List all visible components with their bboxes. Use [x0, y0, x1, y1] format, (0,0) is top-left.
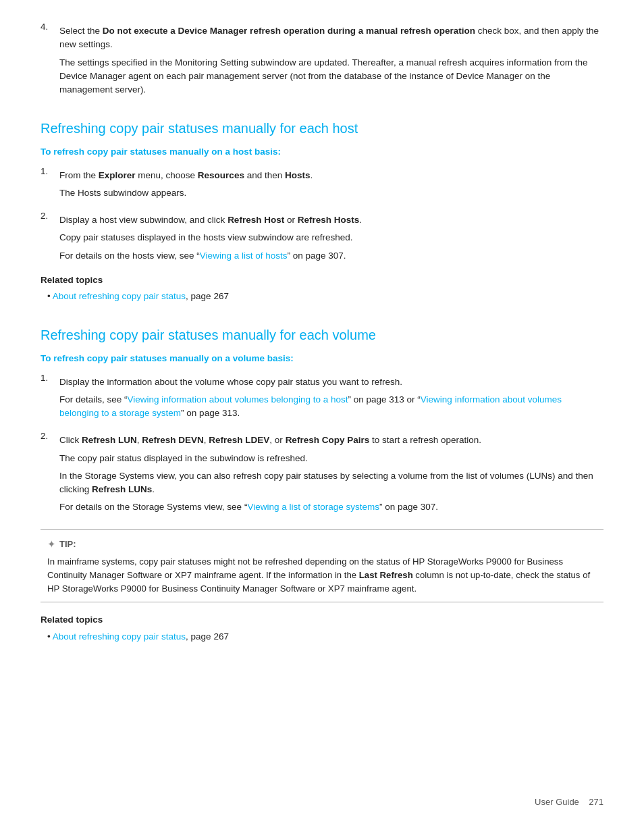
step4-bold: Do not execute a Device Manager refresh … — [103, 26, 475, 36]
resources-bold: Resources — [198, 170, 244, 180]
explorer-bold: Explorer — [99, 170, 136, 180]
tip-label: ✦ TIP: — [47, 537, 594, 552]
refresh-devn-bold: Refresh DEVN — [142, 435, 204, 445]
refresh-lun-bold: Refresh LUN — [82, 435, 137, 445]
section2-step1-text: Display the information about the volume… — [59, 375, 603, 389]
section1-step1-text: From the Explorer menu, choose Resources… — [59, 169, 603, 182]
section1-related-list: About refreshing copy pair status, page … — [41, 290, 603, 303]
section1-related-label: Related topics — [41, 273, 603, 287]
section2-step2-number: 2. — [41, 429, 59, 517]
section1-step2-text: Display a host view subwindow, and click… — [59, 213, 603, 227]
page-footer: User Guide 271 — [535, 796, 603, 809]
step-4-note: The settings specified in the Monitoring… — [59, 56, 603, 97]
section1-related-item: About refreshing copy pair status, page … — [47, 290, 603, 303]
viewing-storage-systems-link[interactable]: Viewing a list of storage systems — [247, 502, 379, 512]
section1-step1-block: 1. From the Explorer menu, choose Resour… — [41, 165, 603, 203]
step-4-text: Select the Do not execute a Device Manag… — [59, 24, 603, 52]
refresh-hosts-bold: Refresh Hosts — [298, 215, 360, 225]
section2-related-label: Related topics — [41, 613, 603, 627]
viewing-hosts-link[interactable]: Viewing a list of hosts — [200, 251, 288, 261]
footer-label: User Guide — [535, 797, 579, 807]
section1-step1-note: The Hosts subwindow appears. — [59, 186, 603, 200]
tip-icon: ✦ — [47, 537, 56, 552]
section2-step1-content: Display the information about the volume… — [59, 371, 603, 423]
section1-step1-number: 1. — [41, 165, 59, 203]
section1-step2-note1: Copy pair statuses displayed in the host… — [59, 231, 603, 244]
section2-step1-note: For details, see “Viewing information ab… — [59, 393, 603, 421]
section2-step2-text: Click Refresh LUN, Refresh DEVN, Refresh… — [59, 434, 603, 447]
step-4-block: 4. Select the Do not execute a Device Ma… — [41, 20, 603, 99]
tip-box: ✦ TIP: In mainframe systems, copy pair s… — [41, 529, 603, 603]
section2-step2-note1: The copy pair status displayed in the su… — [59, 452, 603, 465]
tip-label-text: TIP: — [59, 538, 76, 551]
section1-related-topics: Related topics About refreshing copy pai… — [41, 273, 603, 304]
section1-step2-number: 2. — [41, 209, 59, 265]
section2-step1-number: 1. — [41, 371, 59, 423]
step-4-content: Select the Do not execute a Device Manag… — [59, 20, 603, 99]
section2-step1-block: 1. Display the information about the vol… — [41, 371, 603, 423]
section2-step2-content: Click Refresh LUN, Refresh DEVN, Refresh… — [59, 429, 603, 517]
section2-step2-note3: For details on the Storage Systems view,… — [59, 500, 603, 514]
refresh-host-bold: Refresh Host — [227, 215, 284, 225]
section2-heading: Refreshing copy pair statuses manually f… — [41, 325, 603, 345]
section1-step1-content: From the Explorer menu, choose Resources… — [59, 165, 603, 203]
refresh-copy-pairs-bold: Refresh Copy Pairs — [286, 435, 370, 445]
refresh-luns-bold: Refresh LUNs — [92, 484, 152, 494]
section2-related-item: About refreshing copy pair status, page … — [47, 630, 603, 644]
section2-related-link[interactable]: About refreshing copy pair status — [53, 631, 186, 642]
section1-heading: Refreshing copy pair statuses manually f… — [41, 118, 603, 138]
viewing-volumes-host-link[interactable]: Viewing information about volumes belong… — [128, 394, 348, 405]
last-refresh-bold: Last Refresh — [359, 570, 413, 580]
footer-page: 271 — [589, 797, 603, 807]
hosts-bold: Hosts — [285, 170, 311, 180]
section2-related-topics: Related topics About refreshing copy pai… — [41, 613, 603, 644]
section1-step2-block: 2. Display a host view subwindow, and cl… — [41, 209, 603, 265]
step-4-number: 4. — [41, 20, 59, 99]
refresh-ldev-bold: Refresh LDEV — [209, 435, 269, 445]
section1-subheading: To refresh copy pair statuses manually o… — [41, 145, 603, 159]
section2-related-list: About refreshing copy pair status, page … — [41, 630, 603, 644]
section1-step2-note2: For details on the hosts view, see “View… — [59, 249, 603, 263]
tip-text: In mainframe systems, copy pair statuses… — [47, 555, 594, 595]
section2-step2-block: 2. Click Refresh LUN, Refresh DEVN, Refr… — [41, 429, 603, 517]
section1-step2-content: Display a host view subwindow, and click… — [59, 209, 603, 265]
section2-step2-note2: In the Storage Systems view, you can als… — [59, 469, 603, 497]
section1-related-link[interactable]: About refreshing copy pair status — [53, 291, 186, 301]
section2-subheading: To refresh copy pair statuses manually o… — [41, 352, 603, 365]
